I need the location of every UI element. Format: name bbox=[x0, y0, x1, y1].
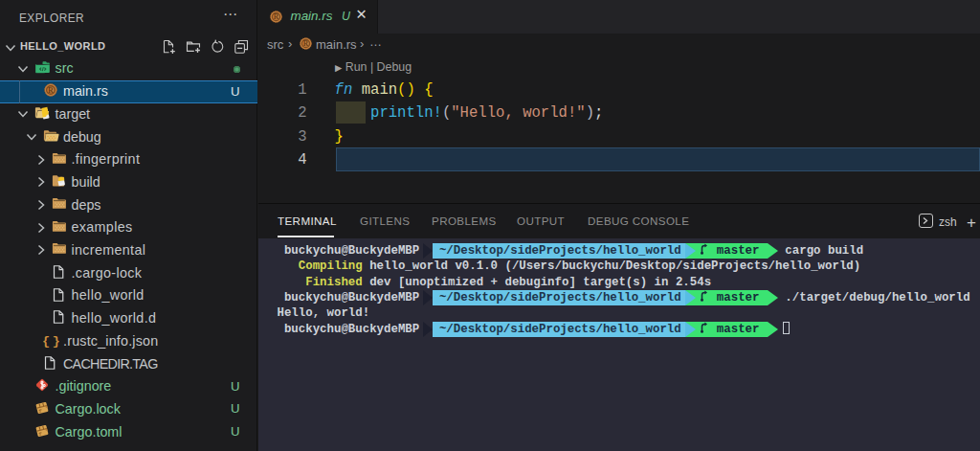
svg-text:{ }: { } bbox=[43, 334, 59, 349]
svg-text:R: R bbox=[274, 12, 279, 21]
svg-text:R: R bbox=[303, 39, 309, 48]
svg-text:R: R bbox=[48, 86, 54, 95]
